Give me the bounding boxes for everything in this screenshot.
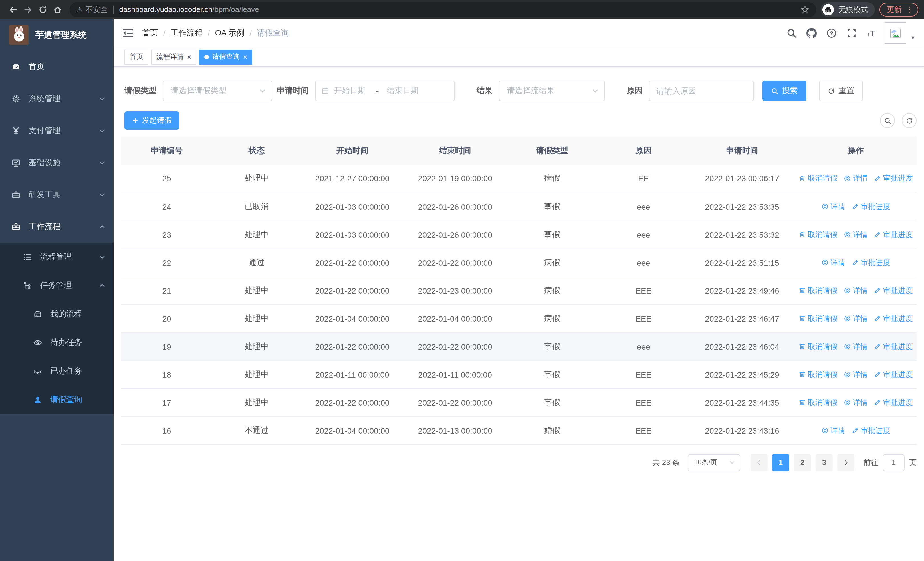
cancel-leave-link[interactable]: 取消请假 bbox=[799, 173, 837, 183]
sidebar-item-task-mgmt[interactable]: 任务管理 bbox=[0, 271, 114, 300]
sidebar-item-done-tasks[interactable]: 已办任务 bbox=[0, 357, 114, 386]
detail-link[interactable]: 详情 bbox=[821, 425, 845, 436]
detail-link[interactable]: 详情 bbox=[844, 285, 868, 296]
progress-link[interactable]: 审批进度 bbox=[852, 257, 890, 268]
cancel-leave-link[interactable]: 取消请假 bbox=[799, 397, 837, 408]
sidebar-item-todo-tasks[interactable]: 待办任务 bbox=[0, 328, 114, 357]
create-leave-button[interactable]: 发起请假 bbox=[124, 111, 179, 130]
reset-button[interactable]: 重置 bbox=[819, 81, 863, 101]
progress-link[interactable]: 审批进度 bbox=[852, 202, 890, 212]
apply-time-range-picker[interactable]: 开始日期 - 结束日期 bbox=[315, 81, 455, 101]
browser-update-button[interactable]: 更新 ⋮ bbox=[879, 3, 918, 16]
detail-link[interactable]: 详情 bbox=[844, 229, 868, 240]
search-icon[interactable] bbox=[786, 28, 797, 38]
browser-back-button[interactable] bbox=[6, 2, 21, 17]
chevron-down-icon bbox=[99, 127, 106, 134]
font-size-icon[interactable]: TT bbox=[866, 28, 877, 38]
filter-bar: 请假类型 请选择请假类型 申请时间 开始日期 - 结束日期 结果 请选择流结果 bbox=[121, 81, 916, 101]
close-icon[interactable]: × bbox=[187, 53, 191, 60]
prev-page-button[interactable] bbox=[750, 454, 768, 471]
progress-link[interactable]: 审批进度 bbox=[852, 425, 890, 436]
browser-forward-button[interactable] bbox=[21, 2, 35, 17]
sidebar-item-workflow[interactable]: 工作流程 bbox=[0, 211, 114, 243]
action-label: 详情 bbox=[830, 425, 845, 436]
tab-process-detail[interactable]: 流程详情× bbox=[151, 50, 196, 64]
page-1-button[interactable]: 1 bbox=[772, 454, 789, 471]
edit-icon bbox=[874, 175, 882, 182]
page-buttons: 123 bbox=[770, 454, 835, 471]
cell-start: 2021-12-27 00:00:00 bbox=[301, 164, 404, 193]
breadcrumb-home[interactable]: 首页 bbox=[142, 28, 158, 38]
cell-type: 事假 bbox=[507, 221, 598, 248]
help-icon[interactable]: ? bbox=[826, 28, 837, 38]
next-page-button[interactable] bbox=[837, 454, 854, 471]
progress-link[interactable]: 审批进度 bbox=[874, 341, 913, 352]
progress-link[interactable]: 审批进度 bbox=[874, 313, 913, 323]
browser-menu-icon[interactable]: ⋮ bbox=[906, 5, 913, 14]
refresh-table-button[interactable] bbox=[902, 113, 916, 128]
goto-page-input[interactable] bbox=[883, 454, 904, 471]
page-size-select[interactable]: 10条/页 bbox=[688, 454, 740, 471]
progress-link[interactable]: 审批进度 bbox=[874, 173, 913, 183]
cancel-leave-link[interactable]: 取消请假 bbox=[799, 229, 837, 240]
browser-reload-button[interactable] bbox=[35, 2, 50, 17]
avatar[interactable] bbox=[885, 22, 906, 44]
chevron-down-icon bbox=[729, 459, 735, 466]
browser-home-button[interactable] bbox=[50, 2, 65, 17]
cell-reason: eee bbox=[598, 332, 689, 361]
sidebar-item-dev-tools[interactable]: 研发工具 bbox=[0, 179, 114, 211]
cancel-leave-link[interactable]: 取消请假 bbox=[799, 313, 837, 323]
close-icon[interactable]: × bbox=[243, 53, 247, 60]
sidebar-logo[interactable]: 芋道管理系统 bbox=[0, 19, 114, 51]
detail-link[interactable]: 详情 bbox=[844, 397, 868, 408]
cell-start: 2022-01-22 00:00:00 bbox=[301, 332, 404, 361]
cancel-leave-link[interactable]: 取消请假 bbox=[799, 369, 837, 380]
sidebar-item-payment[interactable]: 支付管理 bbox=[0, 115, 114, 147]
progress-link[interactable]: 审批进度 bbox=[874, 229, 913, 240]
address-bar[interactable]: ⚠ 不安全 dashboard.yudao.iocoder.cn/bpm/oa/… bbox=[70, 2, 816, 17]
cell-status: 处理中 bbox=[212, 361, 301, 388]
cancel-leave-link[interactable]: 取消请假 bbox=[799, 285, 837, 296]
cell-actions: 取消请假详情审批进度 bbox=[795, 388, 916, 417]
detail-link[interactable]: 详情 bbox=[821, 202, 845, 212]
tab-home[interactable]: 首页 bbox=[124, 50, 148, 64]
breadcrumb-workflow[interactable]: 工作流程 bbox=[171, 28, 202, 38]
github-icon[interactable] bbox=[806, 28, 817, 38]
progress-link[interactable]: 审批进度 bbox=[874, 397, 913, 408]
action-label: 审批进度 bbox=[883, 229, 913, 240]
sidebar-item-system[interactable]: 系统管理 bbox=[0, 83, 114, 115]
detail-link[interactable]: 详情 bbox=[844, 369, 868, 380]
cancel-leave-link[interactable]: 取消请假 bbox=[799, 341, 837, 352]
result-select[interactable]: 请选择流结果 bbox=[499, 81, 605, 101]
cell-end: 2022-01-26 00:00:00 bbox=[404, 221, 507, 248]
trash-icon bbox=[799, 343, 806, 350]
sidebar-item-home[interactable]: 首页 bbox=[0, 51, 114, 83]
detail-link[interactable]: 详情 bbox=[844, 341, 868, 352]
search-button[interactable]: 搜索 bbox=[762, 81, 806, 101]
yen-icon bbox=[11, 126, 21, 135]
tab-leave-query[interactable]: 请假查询× bbox=[199, 50, 252, 64]
reason-input[interactable] bbox=[649, 81, 754, 101]
avatar-caret-icon[interactable]: ▼ bbox=[910, 35, 915, 41]
detail-link[interactable]: 详情 bbox=[844, 173, 868, 183]
page-3-button[interactable]: 3 bbox=[816, 454, 832, 471]
table-row: 16不通过2022-01-04 00:00:002022-01-13 00:00… bbox=[121, 417, 916, 444]
sidebar-item-process-mgmt[interactable]: 流程管理 bbox=[0, 243, 114, 271]
fullscreen-icon[interactable] bbox=[846, 28, 856, 38]
detail-link[interactable]: 详情 bbox=[844, 313, 868, 323]
bookmark-star-icon[interactable] bbox=[801, 5, 809, 14]
leave-type-select[interactable]: 请选择请假类型 bbox=[163, 81, 272, 101]
sidebar-item-leave-query[interactable]: 请假查询 bbox=[0, 386, 114, 414]
action-label: 取消请假 bbox=[808, 173, 837, 183]
sidebar-item-infrastructure[interactable]: 基础设施 bbox=[0, 147, 114, 179]
toggle-search-button[interactable] bbox=[880, 113, 895, 128]
sidebar-item-my-process[interactable]: 我的流程 bbox=[0, 300, 114, 328]
progress-link[interactable]: 审批进度 bbox=[874, 369, 913, 380]
navbar: 首页 / 工作流程 / OA 示例 / 请假查询 ? TT ▼ bbox=[114, 19, 924, 47]
breadcrumb-oa-example[interactable]: OA 示例 bbox=[215, 28, 244, 38]
hamburger-icon[interactable] bbox=[122, 27, 134, 39]
chevron-up-icon bbox=[99, 282, 106, 289]
page-2-button[interactable]: 2 bbox=[794, 454, 811, 471]
detail-link[interactable]: 详情 bbox=[821, 257, 845, 268]
progress-link[interactable]: 审批进度 bbox=[874, 285, 913, 296]
